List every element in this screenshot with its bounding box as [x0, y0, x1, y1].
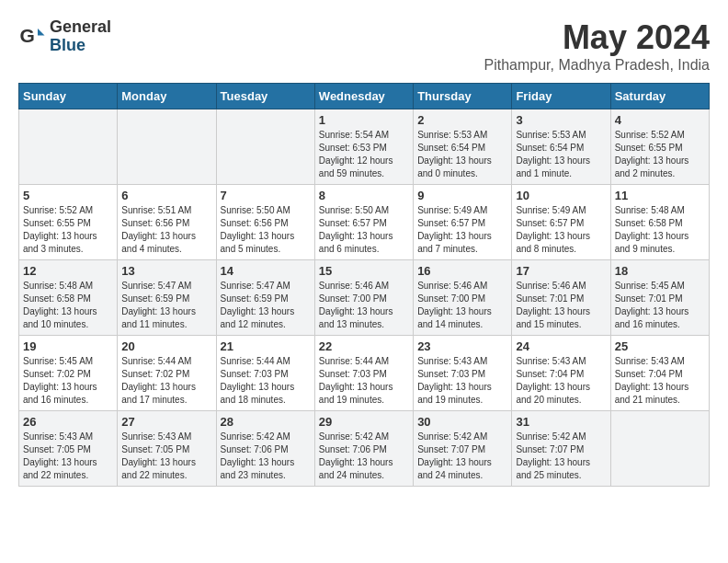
day-info: Sunrise: 5:53 AMSunset: 6:54 PMDaylight:…: [417, 129, 507, 180]
table-row: 17Sunrise: 5:46 AMSunset: 7:01 PMDayligh…: [512, 260, 610, 336]
day-info: Sunrise: 5:54 AMSunset: 6:53 PMDaylight:…: [319, 129, 409, 180]
day-number: 25: [615, 339, 705, 353]
calendar-week-row: 1Sunrise: 5:54 AMSunset: 6:53 PMDaylight…: [19, 109, 710, 185]
table-row: 13Sunrise: 5:47 AMSunset: 6:59 PMDayligh…: [118, 260, 216, 336]
header-friday: Friday: [512, 84, 610, 109]
table-row: 25Sunrise: 5:43 AMSunset: 7:04 PMDayligh…: [610, 336, 709, 411]
day-number: 20: [121, 339, 211, 353]
logo-icon: G: [18, 23, 46, 51]
calendar-week-row: 19Sunrise: 5:45 AMSunset: 7:02 PMDayligh…: [19, 336, 710, 411]
day-number: 11: [615, 189, 705, 202]
table-row: 29Sunrise: 5:42 AMSunset: 7:06 PMDayligh…: [314, 411, 413, 487]
day-info: Sunrise: 5:46 AMSunset: 7:01 PMDaylight:…: [516, 280, 606, 331]
table-row: 8Sunrise: 5:50 AMSunset: 6:57 PMDaylight…: [314, 185, 413, 260]
svg-marker-1: [38, 29, 45, 36]
calendar-table: Sunday Monday Tuesday Wednesday Thursday…: [18, 83, 710, 487]
day-number: 19: [23, 339, 113, 353]
day-number: 14: [221, 264, 311, 278]
day-number: 28: [221, 415, 311, 429]
table-row: 26Sunrise: 5:43 AMSunset: 7:05 PMDayligh…: [19, 411, 118, 487]
weekday-header-row: Sunday Monday Tuesday Wednesday Thursday…: [19, 84, 710, 109]
table-row: 18Sunrise: 5:45 AMSunset: 7:01 PMDayligh…: [610, 260, 709, 336]
day-info: Sunrise: 5:48 AMSunset: 6:58 PMDaylight:…: [23, 280, 113, 331]
day-number: 2: [417, 113, 507, 127]
table-row: 2Sunrise: 5:53 AMSunset: 6:54 PMDaylight…: [414, 109, 512, 185]
table-row: 23Sunrise: 5:43 AMSunset: 7:03 PMDayligh…: [414, 336, 512, 411]
table-row: 14Sunrise: 5:47 AMSunset: 6:59 PMDayligh…: [216, 260, 314, 336]
day-number: 4: [615, 113, 705, 127]
day-number: 7: [221, 189, 311, 202]
logo-blue-text: Blue: [50, 37, 111, 55]
day-number: 29: [319, 415, 409, 429]
day-number: 27: [121, 415, 211, 429]
table-row: 3Sunrise: 5:53 AMSunset: 6:54 PMDaylight…: [512, 109, 610, 185]
table-row: 27Sunrise: 5:43 AMSunset: 7:05 PMDayligh…: [118, 411, 216, 487]
location-text: Pithampur, Madhya Pradesh, India: [484, 57, 710, 74]
table-row: 22Sunrise: 5:44 AMSunset: 7:03 PMDayligh…: [314, 336, 413, 411]
day-info: Sunrise: 5:45 AMSunset: 7:02 PMDaylight:…: [23, 355, 113, 407]
svg-text:G: G: [20, 25, 35, 46]
day-number: 13: [121, 264, 211, 278]
table-row: 28Sunrise: 5:42 AMSunset: 7:06 PMDayligh…: [216, 411, 314, 487]
day-info: Sunrise: 5:44 AMSunset: 7:03 PMDaylight:…: [319, 355, 409, 407]
day-number: 31: [516, 415, 606, 429]
day-info: Sunrise: 5:49 AMSunset: 6:57 PMDaylight:…: [417, 204, 507, 256]
day-number: 18: [615, 264, 705, 278]
calendar-week-row: 12Sunrise: 5:48 AMSunset: 6:58 PMDayligh…: [19, 260, 710, 336]
table-row: 7Sunrise: 5:50 AMSunset: 6:56 PMDaylight…: [216, 185, 314, 260]
day-info: Sunrise: 5:43 AMSunset: 7:04 PMDaylight:…: [516, 355, 606, 407]
table-row: 30Sunrise: 5:42 AMSunset: 7:07 PMDayligh…: [414, 411, 512, 487]
table-row: 19Sunrise: 5:45 AMSunset: 7:02 PMDayligh…: [19, 336, 118, 411]
day-number: 22: [319, 339, 409, 353]
day-info: Sunrise: 5:44 AMSunset: 7:02 PMDaylight:…: [121, 355, 211, 407]
day-number: 23: [417, 339, 507, 353]
table-row: 24Sunrise: 5:43 AMSunset: 7:04 PMDayligh…: [512, 336, 610, 411]
header-saturday: Saturday: [610, 84, 709, 109]
day-info: Sunrise: 5:52 AMSunset: 6:55 PMDaylight:…: [615, 129, 705, 180]
day-number: 1: [319, 113, 409, 127]
day-info: Sunrise: 5:50 AMSunset: 6:57 PMDaylight:…: [319, 204, 409, 256]
day-info: Sunrise: 5:42 AMSunset: 7:06 PMDaylight:…: [221, 431, 311, 482]
day-number: 16: [417, 264, 507, 278]
table-row: 31Sunrise: 5:42 AMSunset: 7:07 PMDayligh…: [512, 411, 610, 487]
day-info: Sunrise: 5:42 AMSunset: 7:06 PMDaylight:…: [319, 431, 409, 482]
day-number: 5: [23, 189, 113, 202]
month-year-title: May 2024: [484, 18, 710, 57]
day-info: Sunrise: 5:48 AMSunset: 6:58 PMDaylight:…: [615, 204, 705, 256]
table-row: [118, 109, 216, 185]
day-number: 24: [516, 339, 606, 353]
day-info: Sunrise: 5:47 AMSunset: 6:59 PMDaylight:…: [221, 280, 311, 331]
day-number: 3: [516, 113, 606, 127]
header-wednesday: Wednesday: [314, 84, 413, 109]
table-row: 20Sunrise: 5:44 AMSunset: 7:02 PMDayligh…: [118, 336, 216, 411]
day-info: Sunrise: 5:45 AMSunset: 7:01 PMDaylight:…: [615, 280, 705, 331]
day-info: Sunrise: 5:50 AMSunset: 6:56 PMDaylight:…: [221, 204, 311, 256]
table-row: 9Sunrise: 5:49 AMSunset: 6:57 PMDaylight…: [414, 185, 512, 260]
day-number: 26: [23, 415, 113, 429]
header-tuesday: Tuesday: [216, 84, 314, 109]
day-number: 17: [516, 264, 606, 278]
day-info: Sunrise: 5:43 AMSunset: 7:05 PMDaylight:…: [23, 431, 113, 482]
logo: G General Blue: [18, 18, 111, 55]
calendar-body: 1Sunrise: 5:54 AMSunset: 6:53 PMDaylight…: [19, 109, 710, 487]
day-info: Sunrise: 5:52 AMSunset: 6:55 PMDaylight:…: [23, 204, 113, 256]
table-row: 15Sunrise: 5:46 AMSunset: 7:00 PMDayligh…: [314, 260, 413, 336]
table-row: 11Sunrise: 5:48 AMSunset: 6:58 PMDayligh…: [610, 185, 709, 260]
table-row: 5Sunrise: 5:52 AMSunset: 6:55 PMDaylight…: [19, 185, 118, 260]
day-info: Sunrise: 5:42 AMSunset: 7:07 PMDaylight:…: [417, 431, 507, 482]
day-info: Sunrise: 5:43 AMSunset: 7:05 PMDaylight:…: [121, 431, 211, 482]
day-info: Sunrise: 5:43 AMSunset: 7:03 PMDaylight:…: [417, 355, 507, 407]
table-row: [19, 109, 118, 185]
table-row: 10Sunrise: 5:49 AMSunset: 6:57 PMDayligh…: [512, 185, 610, 260]
header-thursday: Thursday: [414, 84, 512, 109]
day-number: 6: [121, 189, 211, 202]
day-info: Sunrise: 5:44 AMSunset: 7:03 PMDaylight:…: [221, 355, 311, 407]
day-info: Sunrise: 5:43 AMSunset: 7:04 PMDaylight:…: [615, 355, 705, 407]
table-row: [216, 109, 314, 185]
table-row: 1Sunrise: 5:54 AMSunset: 6:53 PMDaylight…: [314, 109, 413, 185]
day-number: 21: [221, 339, 311, 353]
header-monday: Monday: [118, 84, 216, 109]
table-row: [610, 411, 709, 487]
table-row: 16Sunrise: 5:46 AMSunset: 7:00 PMDayligh…: [414, 260, 512, 336]
day-info: Sunrise: 5:49 AMSunset: 6:57 PMDaylight:…: [516, 204, 606, 256]
